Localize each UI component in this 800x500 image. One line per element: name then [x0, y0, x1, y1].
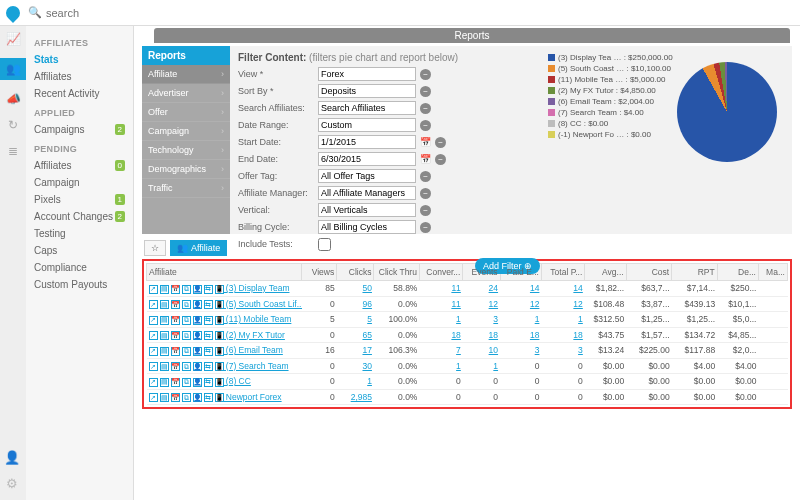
sidebar-item-campaign[interactable]: Campaign [34, 174, 125, 191]
row-action-icon[interactable]: 📱 [215, 316, 224, 325]
row-action-icon[interactable]: 📱 [215, 362, 224, 371]
grid-cell-link[interactable]: 18 [451, 330, 460, 340]
sidebar-item-custom-payouts[interactable]: Custom Payouts [34, 276, 125, 293]
row-action-icon[interactable]: 📅 [171, 316, 180, 325]
search-input[interactable] [46, 7, 166, 19]
row-action-icon[interactable]: 📅 [171, 347, 180, 356]
reports-nav-traffic[interactable]: Traffic› [142, 179, 230, 198]
reports-nav-offer[interactable]: Offer› [142, 103, 230, 122]
grid-header[interactable]: Views [302, 264, 337, 281]
row-action-icon[interactable]: 👤 [193, 393, 202, 402]
affiliate-link[interactable]: (8) CC [224, 376, 251, 386]
row-action-icon[interactable]: ▤ [160, 347, 169, 356]
grid-cell-link[interactable]: 18 [489, 330, 498, 340]
affiliate-link[interactable]: (2) My FX Tutor [224, 330, 285, 340]
grid-cell-link[interactable]: 96 [362, 299, 371, 309]
row-action-icon[interactable]: ▤ [160, 331, 169, 340]
row-action-icon[interactable]: ↗ [149, 378, 158, 387]
grid-cell-link[interactable]: 11 [451, 283, 460, 293]
row-action-icon[interactable]: ↗ [149, 316, 158, 325]
calendar-icon[interactable]: 📅 [420, 137, 431, 147]
row-action-icon[interactable]: ⇆ [204, 285, 213, 294]
grid-cell-link[interactable]: 50 [362, 283, 371, 293]
row-action-icon[interactable]: 👤 [193, 300, 202, 309]
row-action-icon[interactable]: 📅 [171, 331, 180, 340]
sidebar-item-campaigns[interactable]: Campaigns2 [34, 121, 125, 138]
remove-filter-icon[interactable]: − [420, 86, 431, 97]
row-action-icon[interactable]: ⧉ [182, 347, 191, 356]
filter-input[interactable] [318, 152, 416, 166]
grid-cell-link[interactable]: 7 [456, 345, 461, 355]
row-action-icon[interactable]: ▤ [160, 316, 169, 325]
grid-cell-link[interactable]: 11 [451, 299, 460, 309]
reports-nav-advertiser[interactable]: Advertiser› [142, 84, 230, 103]
grid-cell-link[interactable]: 65 [362, 330, 371, 340]
sidebar-item-stats[interactable]: Stats [34, 51, 125, 68]
row-action-icon[interactable]: ↗ [149, 393, 158, 402]
grid-header[interactable]: Events [463, 264, 500, 281]
row-action-icon[interactable]: 📱 [215, 285, 224, 294]
grid-header[interactable]: Cost [626, 264, 671, 281]
grid-cell-link[interactable]: 1 [493, 361, 498, 371]
grid-cell-link[interactable]: 1 [456, 361, 461, 371]
sidebar-item-compliance[interactable]: Compliance [34, 259, 125, 276]
row-action-icon[interactable]: ⇆ [204, 378, 213, 387]
grid-header[interactable]: Paid E... [500, 264, 541, 281]
rail-list-icon[interactable]: ≣ [6, 144, 20, 158]
reports-nav-campaign[interactable]: Campaign› [142, 122, 230, 141]
row-action-icon[interactable]: 📱 [215, 331, 224, 340]
row-action-icon[interactable]: ▤ [160, 285, 169, 294]
row-action-icon[interactable]: ▤ [160, 378, 169, 387]
user-icon[interactable]: 👤 [4, 450, 20, 466]
rail-chart-icon[interactable]: 📈 [6, 32, 20, 46]
row-action-icon[interactable]: 👤 [193, 285, 202, 294]
grid-cell-link[interactable]: 30 [362, 361, 371, 371]
sidebar-item-caps[interactable]: Caps [34, 242, 125, 259]
row-action-icon[interactable]: ⇆ [204, 316, 213, 325]
filter-input[interactable] [318, 203, 416, 217]
reports-nav-demographics[interactable]: Demographics› [142, 160, 230, 179]
grid-cell-link[interactable]: 3 [493, 314, 498, 324]
remove-filter-icon[interactable]: − [420, 205, 431, 216]
filter-input[interactable] [318, 186, 416, 200]
row-action-icon[interactable]: ⧉ [182, 285, 191, 294]
row-action-icon[interactable]: ⧉ [182, 393, 191, 402]
remove-filter-icon[interactable]: − [420, 222, 431, 233]
row-action-icon[interactable]: ▤ [160, 362, 169, 371]
grid-header[interactable]: Avg... [585, 264, 626, 281]
filter-input[interactable] [318, 169, 416, 183]
tab-star[interactable]: ☆ [144, 240, 166, 256]
affiliate-link[interactable]: (5) South Coast Lif... [224, 299, 302, 309]
row-action-icon[interactable]: 📅 [171, 378, 180, 387]
rail-megaphone-icon[interactable]: 📣 [6, 92, 20, 106]
row-action-icon[interactable]: 📱 [215, 393, 224, 402]
row-action-icon[interactable]: ⇆ [204, 347, 213, 356]
row-action-icon[interactable]: ⧉ [182, 300, 191, 309]
row-action-icon[interactable]: 📅 [171, 285, 180, 294]
row-action-icon[interactable]: ⇆ [204, 362, 213, 371]
remove-filter-icon[interactable]: − [435, 137, 446, 148]
reports-nav-technology[interactable]: Technology› [142, 141, 230, 160]
affiliate-link[interactable]: (7) Search Team [224, 361, 289, 371]
grid-cell-link[interactable]: 12 [530, 299, 539, 309]
remove-filter-icon[interactable]: − [420, 103, 431, 114]
rail-affiliates-icon[interactable]: 👥 [0, 58, 26, 80]
remove-filter-icon[interactable]: − [420, 188, 431, 199]
affiliate-link[interactable]: (11) Mobile Team [224, 314, 292, 324]
row-action-icon[interactable]: ⇆ [204, 393, 213, 402]
sidebar-item-pixels[interactable]: Pixels1 [34, 191, 125, 208]
sidebar-item-affiliates[interactable]: Affiliates [34, 68, 125, 85]
row-action-icon[interactable]: ↗ [149, 331, 158, 340]
grid-header[interactable]: Ma... [758, 264, 787, 281]
filter-input[interactable] [318, 67, 416, 81]
grid-cell-link[interactable]: 3 [535, 345, 540, 355]
row-action-icon[interactable]: 📅 [171, 393, 180, 402]
grid-cell-link[interactable]: 18 [573, 330, 582, 340]
row-action-icon[interactable]: 📱 [215, 378, 224, 387]
grid-cell-link[interactable]: 14 [530, 283, 539, 293]
filter-input[interactable] [318, 101, 416, 115]
row-action-icon[interactable]: ↗ [149, 347, 158, 356]
grid-cell-link[interactable]: 3 [578, 345, 583, 355]
grid-cell-link[interactable]: 1 [367, 376, 372, 386]
sidebar-item-recent-activity[interactable]: Recent Activity [34, 85, 125, 102]
